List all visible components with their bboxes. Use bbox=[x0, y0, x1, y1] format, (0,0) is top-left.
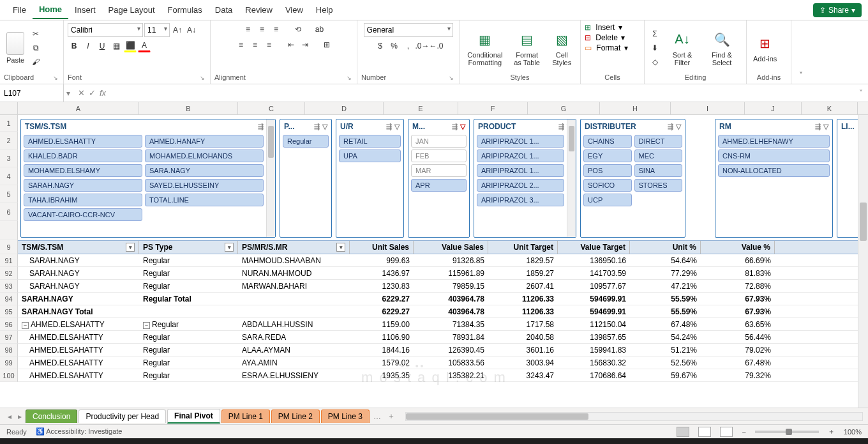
align-middle-button[interactable]: ≡ bbox=[256, 23, 269, 36]
cell[interactable]: AHMED.ELSAHATTY bbox=[18, 356, 139, 369]
slicer-pstype[interactable]: P...⇶▽ Regular bbox=[280, 119, 332, 238]
cell[interactable] bbox=[139, 305, 238, 318]
cell[interactable]: Regular Total bbox=[139, 293, 238, 305]
accessibility-status[interactable]: ♿ Accessibility: Investigate bbox=[36, 427, 123, 436]
multiselect-icon[interactable]: ⇶ bbox=[452, 123, 458, 131]
slicer-chip[interactable]: DIRECT bbox=[634, 135, 683, 148]
col-header-F[interactable]: F bbox=[458, 102, 528, 114]
slicer-chip[interactable]: TOTAL.LINE bbox=[145, 194, 264, 206]
slicer-chip[interactable]: ARIPIPRAZOL 1... bbox=[477, 164, 564, 177]
cell[interactable]: 1436.97 bbox=[350, 267, 414, 279]
cell[interactable]: MARWAN.BAHARI bbox=[238, 280, 350, 292]
cell[interactable]: 11206.33 bbox=[488, 293, 558, 305]
align-right-button[interactable]: ≡ bbox=[263, 38, 276, 51]
row-header[interactable]: 92 bbox=[0, 267, 18, 280]
cell[interactable]: 67.48% bbox=[630, 318, 701, 330]
cell[interactable]: 79.02% bbox=[701, 344, 775, 356]
slicer-product[interactable]: PRODUCT⇶▽ ARIPIPRAZOL 1...ARIPIPRAZOL 1.… bbox=[474, 119, 576, 238]
format-cells-button[interactable]: ▭ Format ▾ bbox=[585, 43, 640, 52]
cell[interactable]: 55.59% bbox=[630, 293, 701, 305]
cell[interactable]: 403964.78 bbox=[414, 305, 488, 318]
cell[interactable]: 77.29% bbox=[630, 267, 701, 279]
decrease-font-button[interactable]: A↓ bbox=[185, 24, 198, 36]
cell[interactable]: 51.21% bbox=[630, 344, 701, 356]
col-header-B[interactable]: B bbox=[139, 102, 238, 114]
tab-pm1[interactable]: PM Line 1 bbox=[221, 410, 270, 423]
menu-data[interactable]: Data bbox=[209, 1, 239, 19]
pivot-header-cell[interactable]: Value Sales bbox=[414, 241, 488, 254]
cell[interactable]: 2607.41 bbox=[488, 280, 558, 292]
font-color-button[interactable]: A bbox=[138, 40, 151, 52]
slicer-chip[interactable]: ARIPIPRAZOL 2... bbox=[477, 179, 564, 192]
table-row[interactable]: AHMED.ELSAHATTYRegularSARA.REDA1106.9078… bbox=[18, 331, 868, 344]
zoom-in-button[interactable]: ＋ bbox=[828, 427, 835, 436]
cell[interactable]: SARAH.NAGY bbox=[18, 267, 139, 279]
font-name-select[interactable] bbox=[68, 23, 143, 37]
cell[interactable]: 1844.16 bbox=[350, 344, 414, 356]
row-header[interactable]: 97 bbox=[0, 331, 18, 344]
slicer-chip[interactable]: SOFICO bbox=[583, 179, 632, 192]
namebox-dropdown[interactable]: ▾ bbox=[64, 89, 73, 98]
clear-filter-icon[interactable]: ▽ bbox=[322, 123, 327, 131]
cell[interactable]: 6229.27 bbox=[350, 305, 414, 318]
view-pagelayout-button[interactable] bbox=[698, 427, 711, 437]
slicer-chip[interactable]: POS bbox=[583, 164, 632, 177]
currency-button[interactable]: $ bbox=[374, 40, 387, 52]
cell[interactable]: SARAH.NAGY bbox=[18, 293, 139, 305]
slicer-chip[interactable]: VACANT-CAIRO-CCR-NCV bbox=[24, 208, 142, 221]
slicer-chip[interactable]: CHAINS bbox=[583, 135, 632, 148]
orientation-button[interactable]: ⟲ bbox=[292, 23, 304, 36]
cell[interactable]: 3601.16 bbox=[488, 344, 558, 356]
menu-help[interactable]: Help bbox=[310, 1, 340, 19]
cell[interactable]: 1717.58 bbox=[488, 318, 558, 330]
row-header[interactable]: 96 bbox=[0, 318, 18, 331]
cell[interactable]: SARA.REDA bbox=[238, 331, 350, 343]
insert-cells-button[interactable]: ⊞ Insert ▾ bbox=[585, 23, 640, 32]
fx-icon[interactable]: fx bbox=[100, 88, 106, 98]
cell[interactable]: 91326.85 bbox=[414, 254, 488, 266]
formula-expand-button[interactable]: ˅ bbox=[854, 89, 868, 98]
pivot-header-cell[interactable]: PS Type▾ bbox=[139, 241, 238, 254]
table-row[interactable]: SARAH.NAGYRegular Total6229.27403964.781… bbox=[18, 293, 868, 305]
align-bottom-button[interactable]: ≡ bbox=[270, 23, 283, 36]
slicer-tsm-scrollbar[interactable] bbox=[266, 119, 275, 237]
cell[interactable]: AHMED.ELSAHATTY bbox=[18, 331, 139, 343]
menu-review[interactable]: Review bbox=[239, 1, 279, 19]
row-header[interactable]: 99 bbox=[0, 356, 18, 369]
clear-filter-icon[interactable]: ▽ bbox=[823, 123, 828, 131]
col-header-K[interactable]: K bbox=[802, 102, 858, 114]
cell[interactable]: −Regular bbox=[139, 318, 238, 330]
col-header-D[interactable]: D bbox=[305, 102, 384, 114]
row-header[interactable]: 93 bbox=[0, 280, 18, 293]
cell[interactable]: 63.65% bbox=[701, 318, 775, 330]
font-dialog-launcher[interactable]: ↘ bbox=[200, 75, 206, 81]
row-header[interactable]: 95 bbox=[0, 305, 18, 318]
cell[interactable]: 594699.91 bbox=[558, 293, 630, 305]
delete-cells-button[interactable]: ⊟ Delete ▾ bbox=[585, 33, 640, 42]
cell[interactable]: 1859.27 bbox=[488, 267, 558, 279]
row-header[interactable]: 3 bbox=[0, 149, 18, 167]
slicer-chip[interactable]: AHMED.ELSAHATTY bbox=[24, 135, 142, 148]
align-center-button[interactable]: ≡ bbox=[249, 38, 262, 51]
clear-filter-icon[interactable]: ▽ bbox=[394, 123, 400, 131]
col-header-C[interactable]: C bbox=[238, 102, 305, 114]
cell[interactable]: −AHMED.ELSAHATTY bbox=[18, 318, 139, 330]
pivot-header-cell[interactable]: Unit Target bbox=[488, 241, 558, 254]
decrease-decimal-button[interactable]: ←.0 bbox=[430, 40, 443, 52]
table-row[interactable]: SARAH.NAGYRegularMAHMOUD.SHAABAN999.6391… bbox=[18, 254, 868, 267]
cut-button[interactable]: ✂ bbox=[29, 27, 42, 40]
slicer-product-scrollbar[interactable] bbox=[567, 119, 576, 237]
tab-pm2[interactable]: PM Line 2 bbox=[271, 410, 320, 423]
multiselect-icon[interactable]: ⇶ bbox=[558, 123, 564, 131]
menu-pagelayout[interactable]: Page Layout bbox=[102, 1, 161, 19]
cells-area[interactable]: TSM/S.TSM⇶▽ AHMED.ELSAHATTYAHMED.HANAFYK… bbox=[18, 115, 868, 408]
col-header-I[interactable]: I bbox=[671, 102, 745, 114]
share-button[interactable]: ⇪ Share ▾ bbox=[813, 3, 862, 17]
underline-button[interactable]: U bbox=[96, 40, 108, 52]
cell[interactable]: 67.48% bbox=[701, 356, 775, 369]
cell[interactable]: 403964.78 bbox=[414, 293, 488, 305]
cell[interactable]: 54.64% bbox=[630, 254, 701, 266]
slicer-chip[interactable]: MEC bbox=[634, 149, 683, 162]
cell[interactable]: Regular bbox=[139, 344, 238, 356]
cell[interactable]: 156830.32 bbox=[558, 356, 630, 369]
